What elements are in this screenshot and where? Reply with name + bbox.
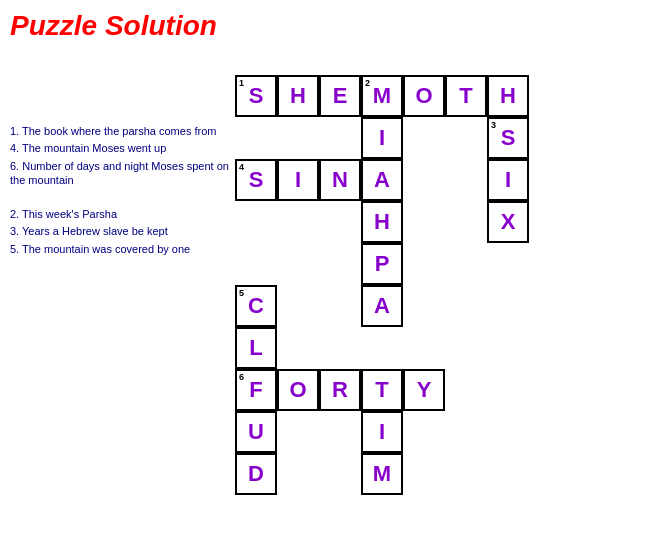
cell-4-3: P: [361, 243, 403, 285]
cell-3-4: [403, 201, 445, 243]
cell-0-3: 2M: [361, 75, 403, 117]
cell-2-5: [445, 159, 487, 201]
cell-6-3: [361, 327, 403, 369]
cell-6-6: [487, 327, 529, 369]
down-clue-5: 5. The mountain was covered by one: [10, 242, 230, 256]
cell-4-2: [319, 243, 361, 285]
cell-1-4: [403, 117, 445, 159]
cell-1-5: [445, 117, 487, 159]
clues-container: 1. The book where the parsha comes from …: [10, 120, 230, 259]
cell-3-0: [235, 201, 277, 243]
cell-2-6: I: [487, 159, 529, 201]
cell-4-6: [487, 243, 529, 285]
cell-1-3: I: [361, 117, 403, 159]
cell-4-4: [403, 243, 445, 285]
cell-8-5: [445, 411, 487, 453]
cell-5-5: [445, 285, 487, 327]
cell-0-6: H: [487, 75, 529, 117]
cell-9-4: [403, 453, 445, 495]
cell-4-1: [277, 243, 319, 285]
cell-3-2: [319, 201, 361, 243]
cell-3-5: [445, 201, 487, 243]
cell-7-6: [487, 369, 529, 411]
cell-3-6: X: [487, 201, 529, 243]
cell-7-5: [445, 369, 487, 411]
cell-1-2: [319, 117, 361, 159]
cell-9-3: M: [361, 453, 403, 495]
across-clue-4: 4. The mountain Moses went up: [10, 141, 230, 155]
cell-6-0: L: [235, 327, 277, 369]
cell-0-4: O: [403, 75, 445, 117]
cell-1-0: [235, 117, 277, 159]
crossword-grid-container: 1SHE2MOTHI3S4SINAIHXP5CAL6FORTYUIDM: [235, 75, 529, 495]
cell-7-1: O: [277, 369, 319, 411]
cell-6-1: [277, 327, 319, 369]
across-clue-6: 6. Number of days and night Moses spent …: [10, 159, 230, 188]
cell-6-5: [445, 327, 487, 369]
title-container: Puzzle Solution: [10, 10, 217, 42]
cell-8-4: [403, 411, 445, 453]
cell-9-0: D: [235, 453, 277, 495]
crossword-grid: 1SHE2MOTHI3S4SINAIHXP5CAL6FORTYUIDM: [235, 75, 529, 495]
cell-7-3: T: [361, 369, 403, 411]
cell-1-1: [277, 117, 319, 159]
cell-5-3: A: [361, 285, 403, 327]
cell-4-0: [235, 243, 277, 285]
cell-8-2: [319, 411, 361, 453]
cell-4-5: [445, 243, 487, 285]
cell-8-6: [487, 411, 529, 453]
cell-8-3: I: [361, 411, 403, 453]
title-solution-word: Solution: [105, 10, 217, 41]
cell-2-4: [403, 159, 445, 201]
cell-2-2: N: [319, 159, 361, 201]
cell-5-6: [487, 285, 529, 327]
cell-9-5: [445, 453, 487, 495]
cell-9-2: [319, 453, 361, 495]
cell-5-4: [403, 285, 445, 327]
cell-0-2: E: [319, 75, 361, 117]
down-clue-3: 3. Years a Hebrew slave be kept: [10, 224, 230, 238]
cell-6-4: [403, 327, 445, 369]
cell-9-6: [487, 453, 529, 495]
cell-1-6: 3S: [487, 117, 529, 159]
down-clue-2: 2. This week's Parsha: [10, 207, 230, 221]
cell-3-1: [277, 201, 319, 243]
cell-0-5: T: [445, 75, 487, 117]
cell-5-0: 5C: [235, 285, 277, 327]
cell-7-0: 6F: [235, 369, 277, 411]
title-puzzle-word: Puzzle: [10, 10, 105, 41]
cell-0-1: H: [277, 75, 319, 117]
cell-8-1: [277, 411, 319, 453]
cell-2-0: 4S: [235, 159, 277, 201]
across-clue-1: 1. The book where the parsha comes from: [10, 124, 230, 138]
down-section: 2. This week's Parsha 3. Years a Hebrew …: [10, 207, 230, 256]
title-line2: Puzzle Solution: [10, 10, 217, 42]
cell-2-1: I: [277, 159, 319, 201]
cell-0-0: 1S: [235, 75, 277, 117]
cell-2-3: A: [361, 159, 403, 201]
cell-5-1: [277, 285, 319, 327]
cell-7-2: R: [319, 369, 361, 411]
cell-8-0: U: [235, 411, 277, 453]
cell-7-4: Y: [403, 369, 445, 411]
cell-9-1: [277, 453, 319, 495]
cell-3-3: H: [361, 201, 403, 243]
cell-5-2: [319, 285, 361, 327]
cell-6-2: [319, 327, 361, 369]
